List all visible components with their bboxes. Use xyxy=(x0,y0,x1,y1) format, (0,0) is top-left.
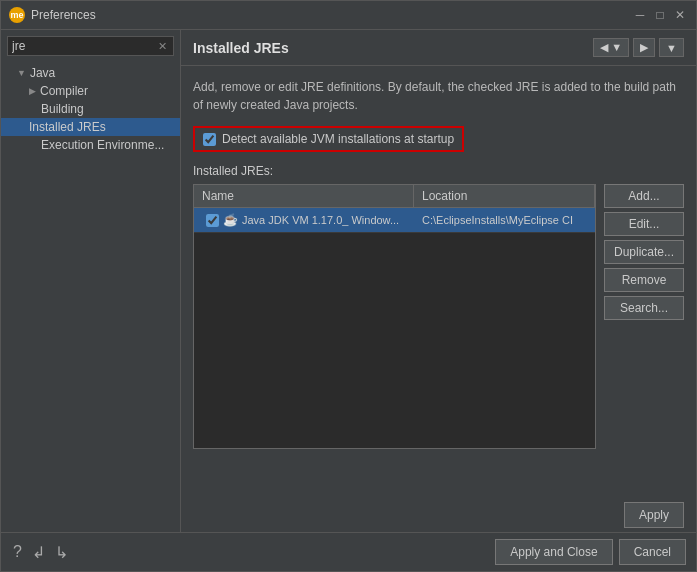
nav-back-button[interactable]: ◀ ▼ xyxy=(593,38,629,57)
maximize-button[interactable]: □ xyxy=(652,7,668,23)
main-content: ✕ ▼ Java ▶ Compiler Building Installed J… xyxy=(1,30,696,532)
sidebar-item-compiler[interactable]: ▶ Compiler xyxy=(1,82,180,100)
add-button[interactable]: Add... xyxy=(604,184,684,208)
jre-icon: ☕ xyxy=(223,213,238,227)
building-label: Building xyxy=(41,102,84,116)
remove-button[interactable]: Remove xyxy=(604,268,684,292)
bottom-right: Apply and Close Cancel xyxy=(495,539,686,565)
nav-forward-button[interactable]: ▶ xyxy=(633,38,655,57)
detect-checkbox-area: Detect available JVM installations at st… xyxy=(193,126,464,152)
compiler-arrow: ▶ xyxy=(29,86,36,96)
jre-description: Add, remove or edit JRE definitions. By … xyxy=(193,78,684,114)
bottom-bar: ? ↲ ↳ Apply and Close Cancel xyxy=(1,532,696,571)
bottom-left: ? ↲ ↳ xyxy=(11,541,70,564)
cancel-button[interactable]: Cancel xyxy=(619,539,686,565)
td-name: ☕ Java JDK VM 1.17.0_ Window... xyxy=(194,211,414,229)
java-arrow: ▼ xyxy=(17,68,26,78)
help-button[interactable]: ? xyxy=(11,541,24,563)
search-clear-button[interactable]: ✕ xyxy=(156,40,169,53)
search-bar: ✕ xyxy=(7,36,174,56)
row-name-text: Java JDK VM 1.17.0_ Window... xyxy=(242,214,399,226)
sidebar-item-java[interactable]: ▼ Java xyxy=(1,64,180,82)
tree-area: ▼ Java ▶ Compiler Building Installed JRE… xyxy=(1,62,180,532)
right-panel: Installed JREs ◀ ▼ ▶ ▼ Add, remove or ed… xyxy=(181,30,696,532)
jre-table: Name Location ☕ Java JDK VM 1.17.0_ Wind… xyxy=(193,184,596,449)
title-bar-controls: ─ □ ✕ xyxy=(632,7,688,23)
duplicate-button[interactable]: Duplicate... xyxy=(604,240,684,264)
installed-jres-label-sidebar: Installed JREs xyxy=(29,120,106,134)
search-input[interactable] xyxy=(12,39,156,53)
window-title: Preferences xyxy=(31,8,96,22)
row-checkbox[interactable] xyxy=(206,214,219,227)
table-header: Name Location xyxy=(194,185,595,208)
sidebar-item-building[interactable]: Building xyxy=(1,100,180,118)
col-location: Location xyxy=(414,185,595,207)
app-icon: me xyxy=(9,7,25,23)
sidebar-item-installed-jres[interactable]: Installed JREs xyxy=(1,118,180,136)
title-bar-left: me Preferences xyxy=(9,7,96,23)
panel-body: Add, remove or edit JRE definitions. By … xyxy=(181,66,696,494)
compiler-label: Compiler xyxy=(40,84,88,98)
col-name: Name xyxy=(194,185,414,207)
sidebar-item-execution-env[interactable]: Execution Environme... xyxy=(1,136,180,154)
export-button[interactable]: ↳ xyxy=(53,541,70,564)
jre-buttons: Add... Edit... Duplicate... Remove Searc… xyxy=(604,184,684,449)
installed-jres-section-label: Installed JREs: xyxy=(193,164,684,178)
table-body: ☕ Java JDK VM 1.17.0_ Window... C:\Eclip… xyxy=(194,208,595,448)
execution-env-label: Execution Environme... xyxy=(41,138,164,152)
detect-checkbox[interactable] xyxy=(203,133,216,146)
preferences-window: me Preferences ─ □ ✕ ✕ ▼ Java ▶ xyxy=(0,0,697,572)
close-button[interactable]: ✕ xyxy=(672,7,688,23)
detect-label: Detect available JVM installations at st… xyxy=(222,132,454,146)
apply-section: Apply xyxy=(181,494,696,532)
nav-dropdown-button[interactable]: ▼ xyxy=(659,38,684,57)
jre-table-area: Name Location ☕ Java JDK VM 1.17.0_ Wind… xyxy=(193,184,684,449)
panel-header: Installed JREs ◀ ▼ ▶ ▼ xyxy=(181,30,696,66)
title-bar: me Preferences ─ □ ✕ xyxy=(1,1,696,30)
minimize-button[interactable]: ─ xyxy=(632,7,648,23)
apply-button-right[interactable]: Apply xyxy=(624,502,684,528)
table-row[interactable]: ☕ Java JDK VM 1.17.0_ Window... C:\Eclip… xyxy=(194,208,595,233)
panel-nav: ◀ ▼ ▶ ▼ xyxy=(593,38,684,57)
java-label: Java xyxy=(30,66,55,80)
edit-button[interactable]: Edit... xyxy=(604,212,684,236)
sidebar: ✕ ▼ Java ▶ Compiler Building Installed J… xyxy=(1,30,181,532)
panel-title: Installed JREs xyxy=(193,40,289,56)
import-button[interactable]: ↲ xyxy=(30,541,47,564)
apply-close-button[interactable]: Apply and Close xyxy=(495,539,612,565)
search-button[interactable]: Search... xyxy=(604,296,684,320)
td-location: C:\EclipseInstalls\MyEclipse CI xyxy=(414,212,595,228)
